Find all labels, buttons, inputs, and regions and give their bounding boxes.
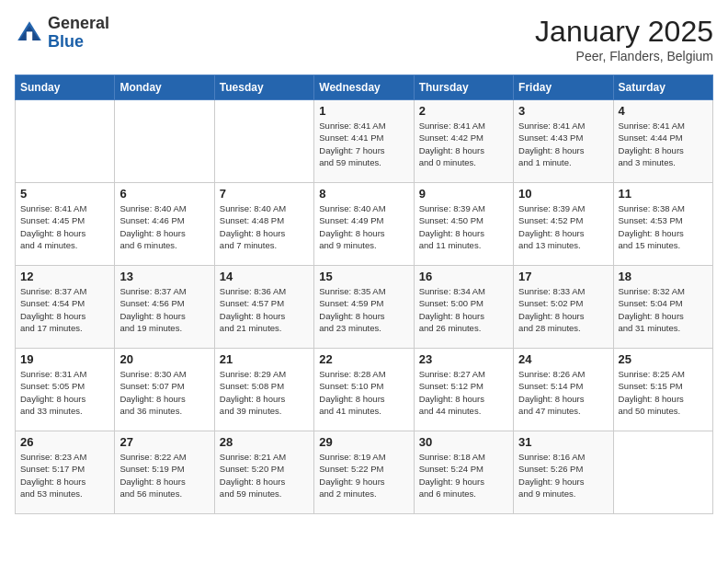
calendar-cell <box>115 100 214 183</box>
calendar-cell: 3Sunrise: 8:41 AM Sunset: 4:43 PM Daylig… <box>514 100 613 183</box>
day-number: 14 <box>220 270 309 283</box>
day-info: Sunrise: 8:19 AM Sunset: 5:22 PM Dayligh… <box>319 451 408 500</box>
day-number: 18 <box>619 270 708 283</box>
calendar-cell: 27Sunrise: 8:22 AM Sunset: 5:19 PM Dayli… <box>115 431 214 514</box>
calendar-cell: 16Sunrise: 8:34 AM Sunset: 5:00 PM Dayli… <box>414 266 513 349</box>
calendar-subtitle: Peer, Flanders, Belgium <box>535 49 713 63</box>
day-number: 30 <box>419 435 508 449</box>
day-number: 6 <box>119 187 209 201</box>
weekday-header-tuesday: Tuesday <box>214 75 313 100</box>
weekday-header-friday: Friday <box>514 75 613 100</box>
weekday-header-wednesday: Wednesday <box>314 75 414 100</box>
calendar-cell: 6Sunrise: 8:40 AM Sunset: 4:46 PM Daylig… <box>115 183 214 266</box>
day-info: Sunrise: 8:35 AM Sunset: 4:59 PM Dayligh… <box>319 285 408 334</box>
weekday-header-sunday: Sunday <box>16 75 115 100</box>
day-number: 27 <box>119 435 209 449</box>
day-info: Sunrise: 8:41 AM Sunset: 4:44 PM Dayligh… <box>619 120 708 168</box>
day-info: Sunrise: 8:38 AM Sunset: 4:53 PM Dayligh… <box>619 202 708 251</box>
calendar-cell: 14Sunrise: 8:36 AM Sunset: 4:57 PM Dayli… <box>214 266 313 349</box>
calendar-cell: 29Sunrise: 8:19 AM Sunset: 5:22 PM Dayli… <box>314 431 414 514</box>
logo-icon <box>15 18 44 48</box>
day-info: Sunrise: 8:40 AM Sunset: 4:46 PM Dayligh… <box>119 202 209 251</box>
calendar-cell: 7Sunrise: 8:40 AM Sunset: 4:48 PM Daylig… <box>214 183 313 266</box>
day-number: 31 <box>518 435 608 449</box>
calendar-cell: 4Sunrise: 8:41 AM Sunset: 4:44 PM Daylig… <box>613 100 712 183</box>
day-number: 12 <box>20 270 109 283</box>
calendar-cell: 21Sunrise: 8:29 AM Sunset: 5:08 PM Dayli… <box>214 349 313 431</box>
day-info: Sunrise: 8:40 AM Sunset: 4:49 PM Dayligh… <box>319 202 408 251</box>
day-number: 24 <box>518 352 608 366</box>
logo: General Blue <box>15 15 109 52</box>
calendar-week-row: 19Sunrise: 8:31 AM Sunset: 5:05 PM Dayli… <box>16 349 713 431</box>
day-info: Sunrise: 8:41 AM Sunset: 4:45 PM Dayligh… <box>20 202 109 251</box>
day-number: 5 <box>20 187 109 201</box>
day-number: 4 <box>619 104 708 118</box>
calendar-cell: 18Sunrise: 8:32 AM Sunset: 5:04 PM Dayli… <box>613 266 712 349</box>
day-number: 29 <box>319 435 408 449</box>
day-info: Sunrise: 8:21 AM Sunset: 5:20 PM Dayligh… <box>220 451 309 500</box>
day-number: 17 <box>518 270 608 283</box>
day-number: 26 <box>20 435 109 449</box>
day-info: Sunrise: 8:39 AM Sunset: 4:50 PM Dayligh… <box>419 202 508 251</box>
day-number: 22 <box>319 352 408 366</box>
day-info: Sunrise: 8:41 AM Sunset: 4:43 PM Dayligh… <box>518 120 608 168</box>
day-info: Sunrise: 8:18 AM Sunset: 5:24 PM Dayligh… <box>419 451 508 500</box>
day-number: 2 <box>419 104 508 118</box>
weekday-header-thursday: Thursday <box>414 75 513 100</box>
day-number: 15 <box>319 270 408 283</box>
calendar-cell: 9Sunrise: 8:39 AM Sunset: 4:50 PM Daylig… <box>414 183 513 266</box>
day-info: Sunrise: 8:40 AM Sunset: 4:48 PM Dayligh… <box>220 202 309 251</box>
weekday-header-saturday: Saturday <box>613 75 712 100</box>
day-number: 10 <box>518 187 608 201</box>
calendar-week-row: 1Sunrise: 8:41 AM Sunset: 4:41 PM Daylig… <box>16 100 713 183</box>
calendar-cell: 24Sunrise: 8:26 AM Sunset: 5:14 PM Dayli… <box>514 349 613 431</box>
calendar-cell <box>214 100 313 183</box>
calendar-title: January 2025 <box>535 15 713 49</box>
day-number: 23 <box>419 352 508 366</box>
day-info: Sunrise: 8:23 AM Sunset: 5:17 PM Dayligh… <box>20 451 109 500</box>
day-info: Sunrise: 8:25 AM Sunset: 5:15 PM Dayligh… <box>619 368 708 417</box>
calendar-cell: 20Sunrise: 8:30 AM Sunset: 5:07 PM Dayli… <box>115 349 214 431</box>
calendar-cell: 11Sunrise: 8:38 AM Sunset: 4:53 PM Dayli… <box>613 183 712 266</box>
day-info: Sunrise: 8:33 AM Sunset: 5:02 PM Dayligh… <box>518 285 608 334</box>
day-info: Sunrise: 8:22 AM Sunset: 5:19 PM Dayligh… <box>119 451 209 500</box>
calendar-cell: 28Sunrise: 8:21 AM Sunset: 5:20 PM Dayli… <box>214 431 313 514</box>
calendar-cell: 10Sunrise: 8:39 AM Sunset: 4:52 PM Dayli… <box>514 183 613 266</box>
logo-text: General Blue <box>48 15 109 52</box>
day-info: Sunrise: 8:28 AM Sunset: 5:10 PM Dayligh… <box>319 368 408 417</box>
page-header: General Blue January 2025 Peer, Flanders… <box>15 15 713 63</box>
day-info: Sunrise: 8:37 AM Sunset: 4:54 PM Dayligh… <box>20 285 109 334</box>
weekday-header-monday: Monday <box>115 75 214 100</box>
calendar-cell: 1Sunrise: 8:41 AM Sunset: 4:41 PM Daylig… <box>314 100 414 183</box>
day-number: 19 <box>20 352 109 366</box>
day-info: Sunrise: 8:29 AM Sunset: 5:08 PM Dayligh… <box>220 368 309 417</box>
calendar-cell: 31Sunrise: 8:16 AM Sunset: 5:26 PM Dayli… <box>514 431 613 514</box>
day-info: Sunrise: 8:30 AM Sunset: 5:07 PM Dayligh… <box>119 368 209 417</box>
calendar-cell: 8Sunrise: 8:40 AM Sunset: 4:49 PM Daylig… <box>314 183 414 266</box>
calendar-cell <box>16 100 115 183</box>
calendar-cell: 19Sunrise: 8:31 AM Sunset: 5:05 PM Dayli… <box>16 349 115 431</box>
calendar-week-row: 5Sunrise: 8:41 AM Sunset: 4:45 PM Daylig… <box>16 183 713 266</box>
day-number: 20 <box>119 352 209 366</box>
day-number: 9 <box>419 187 508 201</box>
day-info: Sunrise: 8:39 AM Sunset: 4:52 PM Dayligh… <box>518 202 608 251</box>
day-number: 21 <box>220 352 309 366</box>
calendar-cell <box>613 431 712 514</box>
day-info: Sunrise: 8:41 AM Sunset: 4:41 PM Dayligh… <box>319 120 408 168</box>
day-info: Sunrise: 8:37 AM Sunset: 4:56 PM Dayligh… <box>119 285 209 334</box>
calendar-cell: 25Sunrise: 8:25 AM Sunset: 5:15 PM Dayli… <box>613 349 712 431</box>
calendar-header-row: SundayMondayTuesdayWednesdayThursdayFrid… <box>16 75 713 100</box>
day-number: 25 <box>619 352 708 366</box>
calendar-week-row: 12Sunrise: 8:37 AM Sunset: 4:54 PM Dayli… <box>16 266 713 349</box>
title-block: January 2025 Peer, Flanders, Belgium <box>535 15 713 63</box>
day-info: Sunrise: 8:16 AM Sunset: 5:26 PM Dayligh… <box>518 451 608 500</box>
calendar-cell: 23Sunrise: 8:27 AM Sunset: 5:12 PM Dayli… <box>414 349 513 431</box>
day-info: Sunrise: 8:26 AM Sunset: 5:14 PM Dayligh… <box>518 368 608 417</box>
day-number: 8 <box>319 187 408 201</box>
calendar-cell: 15Sunrise: 8:35 AM Sunset: 4:59 PM Dayli… <box>314 266 414 349</box>
day-info: Sunrise: 8:27 AM Sunset: 5:12 PM Dayligh… <box>419 368 508 417</box>
day-number: 16 <box>419 270 508 283</box>
calendar-cell: 30Sunrise: 8:18 AM Sunset: 5:24 PM Dayli… <box>414 431 513 514</box>
day-info: Sunrise: 8:32 AM Sunset: 5:04 PM Dayligh… <box>619 285 708 334</box>
calendar-cell: 22Sunrise: 8:28 AM Sunset: 5:10 PM Dayli… <box>314 349 414 431</box>
